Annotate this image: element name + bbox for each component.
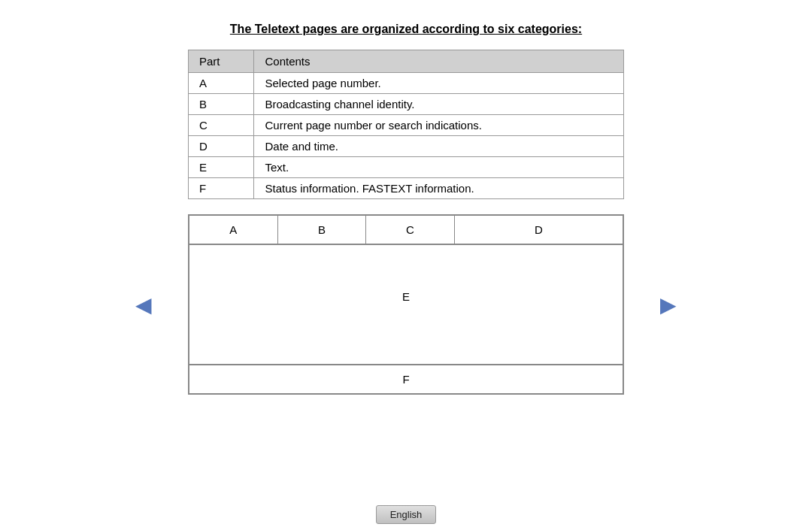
part-e: E xyxy=(189,157,254,178)
diagram-cell-a: A xyxy=(189,216,278,244)
language-bar: English xyxy=(0,505,812,530)
diagram-area: ◀ A B C D E F ▶ xyxy=(135,214,677,395)
part-d: D xyxy=(189,136,254,157)
table-row: A Selected page number. xyxy=(189,73,624,94)
part-f: F xyxy=(189,178,254,199)
col-header-contents: Contents xyxy=(254,50,624,73)
diagram-cell-c: C xyxy=(366,216,455,244)
next-arrow[interactable]: ▶ xyxy=(660,292,677,317)
info-table: Part Contents A Selected page number. B … xyxy=(188,50,624,199)
table-row: E Text. xyxy=(189,157,624,178)
table-row: F Status information. FASTEXT informatio… xyxy=(189,178,624,199)
diagram-cell-d: D xyxy=(455,216,623,244)
part-a: A xyxy=(189,73,254,94)
contents-e: Text. xyxy=(254,157,624,178)
diagram-cell-b: B xyxy=(278,216,367,244)
diagram-box: A B C D E F xyxy=(188,214,624,395)
part-b: B xyxy=(189,94,254,115)
main-content: The Teletext pages are organized accordi… xyxy=(0,0,812,395)
table-row: C Current page number or search indicati… xyxy=(189,115,624,136)
col-header-part: Part xyxy=(189,50,254,73)
table-row: B Broadcasting channel identity. xyxy=(189,94,624,115)
page-title: The Teletext pages are organized accordi… xyxy=(230,23,582,36)
contents-c: Current page number or search indication… xyxy=(254,115,624,136)
contents-a: Selected page number. xyxy=(254,73,624,94)
prev-arrow[interactable]: ◀ xyxy=(135,292,152,317)
contents-b: Broadcasting channel identity. xyxy=(254,94,624,115)
language-button[interactable]: English xyxy=(376,505,437,524)
part-c: C xyxy=(189,115,254,136)
diagram-cell-f: F xyxy=(189,365,623,393)
table-row: D Date and time. xyxy=(189,136,624,157)
contents-f: Status information. FASTEXT information. xyxy=(254,178,624,199)
diagram-cell-e: E xyxy=(189,245,623,365)
contents-d: Date and time. xyxy=(254,136,624,157)
diagram-top-row: A B C D xyxy=(189,216,623,245)
